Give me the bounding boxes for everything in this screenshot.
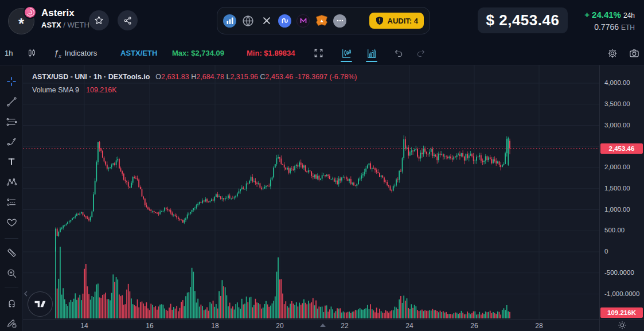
xabcd-pattern-icon [6,177,17,188]
trendline-icon [6,96,17,107]
settings-button[interactable] [607,41,618,65]
time-axis-label: 26 [468,322,481,330]
indicators-button[interactable]: ƒx Indicators [54,41,97,65]
chart-pane: ASTX/USD - UNI · 1h · DEXTools.ioO2,631.… [23,65,599,319]
time-axis-label: 20 [274,322,286,330]
audit-badge[interactable]: AUDIT: 4 [369,13,424,29]
token-logo: * [8,7,37,34]
undo-icon [393,48,404,59]
legend-open: 2,631.83 [161,73,189,81]
tool-lock-button[interactable] [3,314,19,330]
price-eth-value: 0.7766 [594,22,619,32]
undo-button[interactable] [393,41,404,65]
legend-volume-value: 109.216K [86,86,117,94]
price-axis-label: 1,500.00 [604,185,630,192]
share-button[interactable] [118,10,138,30]
pencil-lock-icon [6,317,17,328]
metamask-icon[interactable] [315,14,328,28]
chart-toolbar: 1h ƒx Indicators ASTX/ETH Max: $2,734.09… [0,41,644,65]
star-icon [93,15,104,26]
dextools-app: * Asterix ASTX / WETH [0,0,644,331]
explorer-icon[interactable] [223,14,236,28]
tool-fib-button[interactable] [3,114,19,130]
x-twitter-icon[interactable] [260,14,273,28]
current-price-badge: 2,453.46 [600,143,643,154]
fx-icon: ƒx [54,48,61,59]
time-axis-label: 28 [533,322,545,330]
tool-forecast-button[interactable] [3,194,19,210]
favorite-button[interactable] [89,10,109,30]
shield-icon [375,16,384,25]
tool-pattern-button[interactable] [3,174,19,190]
tool-text-button[interactable] [3,154,19,170]
legend-change-pct: (-6.78%) [330,73,357,81]
camera-icon [629,48,640,59]
indicators-label: Indicators [65,49,97,57]
legend-volume-label: Volume SMA 9 [32,86,79,94]
volume-chart-icon [366,48,377,59]
candle-style-button[interactable] [26,41,37,65]
tool-measure-button[interactable] [3,244,19,260]
token-pair: ASTX / WETH [41,20,89,30]
price-axis[interactable]: 2,453.46 109.216K 4,000.003,500.003,000.… [599,65,644,319]
theme-toggle-button[interactable] [618,321,627,330]
gear-icon [607,48,618,59]
more-links-icon[interactable] [333,14,346,28]
time-axis-label: 18 [209,322,221,330]
screenshot-button[interactable] [629,41,640,65]
price-axis-label: 500.00 [604,227,625,233]
legend-close: 2,453.46 [266,73,294,81]
chart-legend: ASTX/USD - UNI · 1h · DEXTools.ioO2,631.… [32,72,357,95]
fullscreen-button[interactable] [313,41,324,65]
time-axis-label: 14 [78,322,91,330]
tool-trendline-button[interactable] [3,94,19,110]
price-axis-label: 2,000.00 [604,163,630,170]
time-axis-label: 16 [143,322,156,330]
sidebar-divider [5,238,18,239]
m-logo-icon[interactable] [296,14,310,28]
timeframe-button[interactable]: 1h [5,41,13,65]
legend-row-volume: Volume SMA 9109.216K [32,85,357,95]
tool-crosshair-button[interactable] [3,73,19,89]
token-asterisk: * [18,15,24,33]
expand-icon [313,48,324,59]
pair-toggle-button[interactable]: ASTX/ETH [120,41,157,65]
audit-label: AUDIT: 4 [388,17,418,25]
chart-canvas[interactable] [23,65,599,319]
token-symbol: ASTX [41,21,61,29]
heart-icon [6,217,17,228]
price-axis-label: 1,000.00 [604,206,630,213]
chart-type-candles-button[interactable] [341,41,352,65]
brush-icon [6,137,17,147]
app-header: * Asterix ASTX / WETH [0,0,644,41]
ruler-icon [6,247,17,258]
coinmarketcap-icon[interactable] [278,14,291,28]
time-axis-caret-icon [320,324,326,327]
price-axis-label: 4,000.00 [604,79,630,86]
forecast-icon [6,197,17,208]
price-axis-label: 3,500.00 [604,100,630,107]
tradingview-logo[interactable] [28,291,53,317]
tool-brush-button[interactable] [3,134,19,150]
scroll-left-icon[interactable] [24,290,28,297]
price-change-block: + 24.41%24h 0.7766ETH [584,9,635,33]
min-price-label: Min: $1.89834 [247,41,295,65]
price-axis-label: 0 [604,248,608,255]
chart-type-volume-button[interactable] [366,41,377,65]
legend-high: 2,684.78 [196,73,224,81]
tool-emoji-button[interactable] [3,214,19,230]
legend-low: 2,315.96 [230,73,258,81]
candles-chart-icon [341,48,352,59]
quote-symbol: WETH [68,21,89,29]
links-panel: AUDIT: 4 [217,7,430,34]
tool-magnet-button[interactable] [3,295,19,311]
crosshair-icon [6,76,17,87]
fib-lines-icon [6,116,17,127]
drawing-toolbar [0,65,23,331]
sidebar-divider [5,287,18,287]
redo-button[interactable] [415,41,426,65]
tool-zoom-button[interactable] [3,265,19,281]
time-axis[interactable]: 1416182022242628 [23,319,599,331]
website-icon[interactable] [241,14,255,28]
token-name: Asterix [41,7,89,19]
